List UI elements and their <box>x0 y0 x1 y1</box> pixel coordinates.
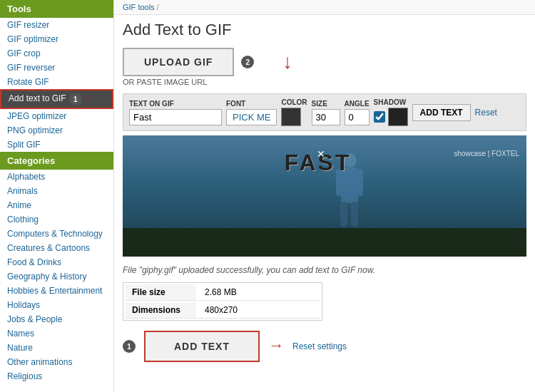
shadow-color-picker[interactable] <box>388 108 408 126</box>
tools-list: GIF resizerGIF optimizerGIF cropGIF reve… <box>0 18 113 152</box>
categories-header: Categories <box>0 152 113 170</box>
sidebar-category-alphabets[interactable]: Alphabets <box>0 170 113 184</box>
sidebar-category-jobs---people[interactable]: Jobs & People <box>0 312 113 326</box>
sidebar-tool-gif-crop[interactable]: GIF crop <box>0 46 113 61</box>
shadow-checkbox[interactable] <box>374 111 385 123</box>
upload-gif-button[interactable]: UPLOAD GIF <box>123 48 234 76</box>
sidebar-category-geography---history[interactable]: Geography & History <box>0 269 113 284</box>
success-message: File "giphy.gif" uploaded successfully, … <box>114 261 535 279</box>
shadow-group: SHADOW <box>374 98 408 126</box>
gif-preview: FAST ✕ showcase | FOXTEL <box>123 135 526 257</box>
arrow-down-icon: ↓ <box>282 51 292 73</box>
sidebar-category-nature[interactable]: Nature <box>0 341 113 355</box>
text-on-gif-label: TEXT ON GIF <box>129 100 222 108</box>
bottom-actions: 1 ADD TEXT ← Reset settings <box>114 324 535 369</box>
sidebar-category-hobbies---entertainment[interactable]: Hobbies & Entertainment <box>0 284 113 298</box>
size-label: SIZE <box>312 100 340 108</box>
badge-1-bottom: 1 <box>123 340 136 353</box>
sidebar: Tools GIF resizerGIF optimizerGIF cropGI… <box>0 0 114 392</box>
file-info-table: File size2.68 MBDimensions480x270 <box>123 282 322 321</box>
sidebar-category-animals[interactable]: Animals <box>0 184 113 198</box>
sidebar-category-computers---technology[interactable]: Computers & Technology <box>0 227 113 241</box>
file-info-label: Dimensions <box>125 302 196 319</box>
badge-2: 2 <box>241 56 254 68</box>
sidebar-tool-add-text-to-gif[interactable]: Add text to GIF1→ <box>0 89 113 109</box>
angle-label: ANGLE <box>345 100 370 108</box>
success-filename: "giphy.gif" <box>139 265 176 275</box>
svg-rect-5 <box>351 202 358 227</box>
font-group: FONT PICK ME <box>226 100 277 125</box>
page-title: Add Text to GIF <box>114 15 535 43</box>
reset-settings-link[interactable]: Reset settings <box>292 341 347 351</box>
angle-input[interactable] <box>345 109 370 125</box>
upload-area: UPLOAD GIF 2 ↓ OR PASTE IMAGE URL <box>114 43 535 91</box>
font-pick-button[interactable]: PICK ME <box>226 109 277 125</box>
file-info-value: 2.68 MB <box>198 284 320 301</box>
gif-close-icon[interactable]: ✕ <box>317 148 325 160</box>
color-label: COLOR <box>281 98 307 106</box>
angle-group: ANGLE <box>345 100 370 125</box>
sidebar-tool-gif-reverser[interactable]: GIF reverser <box>0 61 113 75</box>
breadcrumb-separator: / <box>157 3 159 11</box>
sidebar-tool-rotate-gif[interactable]: Rotate GIF <box>0 75 113 89</box>
tools-header: Tools <box>0 0 113 18</box>
breadcrumb: GIF tools / <box>114 0 535 15</box>
text-on-gif-input[interactable] <box>129 109 222 125</box>
gif-ground <box>123 228 526 257</box>
sidebar-category-food---drinks[interactable]: Food & Drinks <box>0 255 113 269</box>
file-info-value: 480x270 <box>198 302 320 319</box>
sidebar-tool-gif-optimizer[interactable]: GIF optimizer <box>0 32 113 46</box>
add-text-small-button[interactable]: ADD TEXT <box>412 104 471 121</box>
sidebar-category-religious[interactable]: Religious <box>0 369 113 383</box>
main-content: GIF tools / Add Text to GIF UPLOAD GIF 2… <box>114 0 535 392</box>
file-info-label: File size <box>125 284 196 301</box>
breadcrumb-tools-link[interactable]: GIF tools <box>123 3 155 11</box>
svg-rect-3 <box>357 169 363 196</box>
svg-rect-4 <box>340 202 347 227</box>
color-group: COLOR <box>281 98 307 126</box>
size-group: SIZE <box>312 100 340 125</box>
sidebar-category-anime[interactable]: Anime <box>0 198 113 212</box>
sidebar-tool-split-gif[interactable]: Split GIF <box>0 138 113 152</box>
success-prefix: File <box>123 265 139 275</box>
sidebar-tool-jpeg-optimizer[interactable]: JPEG optimizer <box>0 109 113 123</box>
size-input[interactable] <box>312 109 340 125</box>
paste-url-label: OR PASTE IMAGE URL <box>123 78 526 86</box>
sidebar-category-clothing[interactable]: Clothing <box>0 212 113 227</box>
sidebar-category-other-animations[interactable]: Other animations <box>0 355 113 369</box>
arrow-right-icon: ← <box>268 337 284 356</box>
sidebar-category-names[interactable]: Names <box>0 326 113 341</box>
font-label: FONT <box>226 100 277 108</box>
text-on-gif-group: TEXT ON GIF <box>129 100 222 125</box>
reset-link[interactable]: Reset <box>475 108 497 118</box>
sidebar-tool-png-optimizer[interactable]: PNG optimizer <box>0 123 113 138</box>
color-picker[interactable] <box>281 108 301 126</box>
gif-brand-text: showcase | FOXTEL <box>454 150 519 158</box>
sidebar-category-holidays[interactable]: Holidays <box>0 298 113 312</box>
text-controls-bar: TEXT ON GIF FONT PICK ME COLOR SIZE ANGL… <box>123 93 526 131</box>
sidebar-tool-gif-resizer[interactable]: GIF resizer <box>0 18 113 32</box>
sidebar-category-creatures---cartoons[interactable]: Creatures & Cartoons <box>0 241 113 255</box>
shadow-label: SHADOW <box>374 98 408 106</box>
categories-list: AlphabetsAnimalsAnimeClothingComputers &… <box>0 170 113 383</box>
add-text-big-button[interactable]: ADD TEXT <box>144 331 260 362</box>
success-suffix: uploaded successfully, you can add text … <box>176 265 375 275</box>
